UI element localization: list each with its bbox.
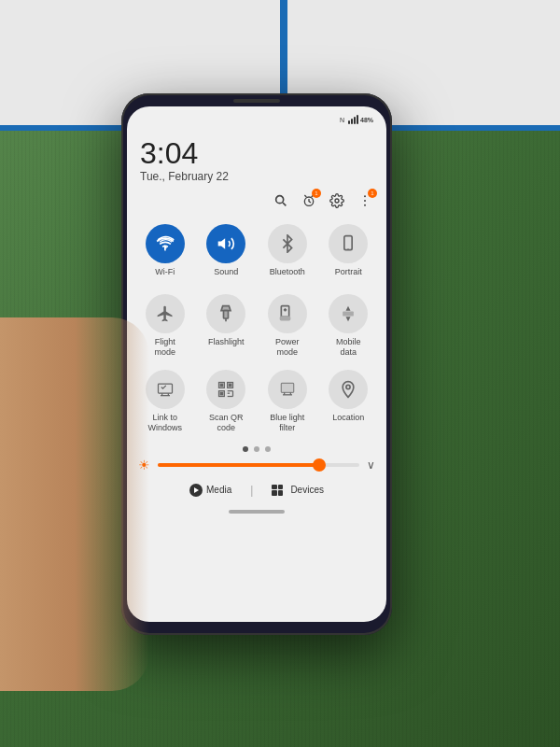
toggle-grid-row1: Wi-Fi Sound (127, 213, 386, 287)
svg-marker-39 (194, 487, 199, 493)
link-label: Link toWindows (147, 413, 182, 433)
quick-settings-header: 1 1 (127, 189, 386, 213)
media-divider: | (250, 484, 253, 497)
menu-icon[interactable]: 1 (357, 192, 373, 209)
toggle-portrait[interactable]: Portrait (318, 217, 380, 283)
portrait-button[interactable] (329, 224, 368, 263)
toggle-grid-row3: Link toWindows (127, 362, 386, 439)
media-item[interactable]: Media (189, 484, 231, 497)
brightness-slider-row[interactable]: ☀ ∨ (127, 458, 386, 472)
bluetooth-button[interactable] (268, 224, 307, 263)
toggle-location[interactable]: Location (318, 362, 380, 439)
location-label: Location (332, 413, 364, 423)
flight-label: Flightmode (154, 337, 175, 358)
wifi-button[interactable] (146, 224, 185, 263)
svg-marker-10 (218, 238, 226, 249)
wifi-label: Wi-Fi (155, 267, 175, 277)
mobile-label: Mobiledata (336, 337, 361, 358)
devices-icon (272, 485, 283, 496)
scene: N 48% 3:04 Tue., February 22 (0, 0, 560, 747)
bluetooth-label: Bluetooth (270, 267, 305, 277)
toggle-mobile[interactable]: Mobiledata (318, 287, 380, 363)
media-label: Media (206, 485, 231, 495)
svg-rect-18 (280, 317, 289, 319)
toggle-bluetooth[interactable]: Bluetooth (257, 217, 318, 283)
svg-point-7 (364, 200, 366, 202)
status-bar: N 48% (127, 106, 386, 127)
alarm-icon[interactable]: 1 (301, 192, 317, 209)
flashlight-button[interactable] (206, 294, 245, 333)
svg-line-1 (283, 203, 286, 205)
nfc-icon: N (340, 117, 344, 123)
svg-point-38 (346, 386, 350, 389)
svg-rect-11 (344, 236, 352, 250)
power-label: Powermode (275, 337, 300, 358)
earpiece (233, 99, 280, 103)
toggle-grid-row2: Flightmode Flashlight (127, 287, 386, 363)
toggle-flashlight[interactable]: Flashlight (196, 287, 258, 363)
toggle-bluelight[interactable]: Blue lightfilter (257, 362, 318, 439)
svg-point-8 (364, 204, 366, 206)
qr-button[interactable] (206, 370, 245, 409)
svg-point-6 (364, 195, 366, 197)
page-dots (127, 446, 386, 452)
flight-button[interactable] (146, 294, 185, 333)
devices-label: Devices (290, 485, 324, 495)
svg-point-9 (164, 249, 166, 251)
sound-button[interactable] (206, 224, 245, 263)
toggle-wifi[interactable]: Wi-Fi (134, 217, 196, 283)
portrait-label: Portrait (335, 267, 362, 277)
sound-label: Sound (214, 267, 238, 277)
status-icons: N 48% (340, 115, 373, 124)
menu-badge: 1 (368, 189, 377, 198)
toggle-power[interactable]: Powermode (257, 287, 318, 363)
flashlight-label: Flashlight (208, 337, 245, 347)
svg-point-0 (276, 196, 284, 204)
bottom-bar (127, 504, 386, 519)
phone-body: N 48% 3:04 Tue., February 22 (121, 93, 392, 635)
svg-rect-28 (230, 385, 232, 388)
clock-display: 3:04 (140, 138, 373, 168)
brightness-thumb[interactable] (313, 458, 326, 472)
settings-icon[interactable] (329, 192, 345, 209)
bluelight-label: Blue lightfilter (270, 413, 304, 433)
svg-rect-20 (158, 385, 172, 394)
svg-rect-34 (281, 384, 293, 393)
svg-point-5 (335, 199, 339, 203)
svg-rect-27 (220, 385, 223, 388)
bluelight-button[interactable] (268, 370, 307, 409)
svg-rect-13 (224, 310, 229, 317)
svg-rect-29 (220, 393, 223, 396)
mobile-button[interactable] (329, 294, 368, 333)
power-button[interactable] (268, 294, 307, 333)
link-button[interactable] (146, 370, 185, 409)
date-display: Tue., February 22 (140, 170, 373, 183)
toggle-sound[interactable]: Sound (196, 217, 258, 283)
dot-1 (243, 446, 248, 452)
location-button[interactable] (329, 370, 368, 409)
dot-2 (254, 446, 259, 452)
svg-line-3 (304, 195, 306, 197)
brightness-fill (158, 463, 319, 467)
brightness-expand-icon[interactable]: ∨ (367, 458, 375, 472)
phone-screen: N 48% 3:04 Tue., February 22 (127, 106, 386, 622)
qr-label: Scan QRcode (209, 413, 244, 433)
alarm-badge: 1 (312, 189, 321, 198)
media-bar: Media | Devices (127, 476, 386, 504)
svg-rect-19 (343, 311, 354, 316)
panel-header: 3:04 Tue., February 22 (127, 127, 386, 189)
signal-bars (348, 115, 358, 124)
battery-level: 48% (360, 117, 373, 123)
dot-3 (265, 446, 271, 452)
media-play-icon (189, 484, 203, 497)
brightness-track[interactable] (158, 463, 359, 467)
search-icon[interactable] (273, 192, 289, 209)
devices-item[interactable]: Devices (272, 485, 324, 496)
toggle-qr[interactable]: Scan QRcode (196, 362, 258, 439)
hand-overlay (0, 317, 149, 691)
home-indicator[interactable] (229, 510, 285, 514)
